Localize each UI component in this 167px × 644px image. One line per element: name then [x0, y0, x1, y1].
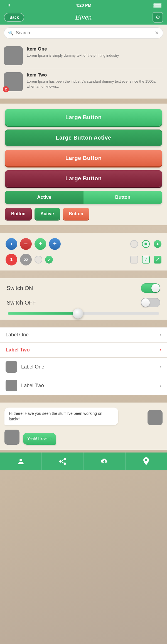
chat-avatar-right [148, 410, 163, 425]
chevron-icon: › [160, 364, 161, 370]
svg-point-2 [60, 461, 61, 462]
item-thumbnail [4, 46, 23, 65]
tab-bar [0, 453, 167, 470]
small-dark-red-button[interactable]: Button [5, 208, 32, 220]
slider-track [8, 312, 159, 315]
buttons-section: Large Button Large Button Active Large B… [0, 104, 167, 225]
icon-row-top: › − + + ● [6, 238, 161, 250]
radio-empty[interactable] [130, 240, 138, 248]
icon-row-bottom: 1 22 ✓ ✓ ✓ [6, 254, 161, 265]
large-dark-red-button[interactable]: Large Button [5, 170, 162, 187]
status-time: 4:20 PM [76, 3, 92, 8]
svg-line-5 [61, 462, 64, 463]
signal-icon: ..ill [6, 3, 10, 7]
share-icon [59, 458, 67, 465]
badge-22-icon[interactable]: 22 [20, 254, 32, 265]
svg-point-7 [145, 459, 147, 461]
tab-upload[interactable] [84, 453, 126, 470]
search-section: 🔍 ✕ [0, 25, 167, 41]
badge-1-icon[interactable]: 1 [6, 254, 17, 265]
item-content: Item Two Lorem Ipsum has been the indust… [27, 72, 163, 89]
chevron-icon: › [160, 383, 161, 389]
item-thumbnail: 2 [4, 72, 23, 91]
label-row-one[interactable]: Label One › [0, 327, 167, 343]
upload-icon [100, 458, 109, 465]
toggle-on-control[interactable] [141, 283, 160, 293]
user-icon [17, 458, 25, 465]
checkbox-group: ✓ ✓ [130, 256, 161, 264]
split-left-button[interactable]: Active [5, 191, 84, 204]
slider-fill [8, 312, 76, 315]
icon-label-left: Label Two [6, 380, 44, 391]
large-green-button[interactable]: Large Button [5, 109, 162, 126]
icons-section: › − + + ● 1 22 ✓ ✓ ✓ [0, 233, 167, 270]
radio-filled[interactable]: ● [154, 240, 161, 248]
settings-button[interactable]: ⚙ [153, 12, 163, 23]
item-desc: Lorem Ipsum is simply dummy text of the … [27, 53, 119, 58]
svg-point-1 [64, 458, 66, 460]
large-green-active-button[interactable]: Large Button Active [5, 130, 162, 146]
chat-avatar-left [4, 430, 19, 445]
switch-off-label: Switch OFF [7, 300, 36, 306]
list-section: Item One Lorem Ipsum is simply dummy tex… [0, 41, 167, 99]
item-title: Item One [27, 46, 119, 52]
slider-thumb[interactable] [73, 308, 83, 319]
checkbox-filled[interactable]: ✓ [154, 256, 161, 264]
battery-icon: ▓▓▓ [154, 3, 161, 7]
icon-label-row-two[interactable]: Label Two › [0, 376, 167, 395]
search-input[interactable] [16, 30, 155, 35]
chat-bubble-left: Hi there! Have you seen the stuff I've b… [4, 408, 118, 425]
split-button-group: Active Button [5, 191, 162, 204]
badge-icons: 1 22 ✓ [6, 254, 53, 265]
checkmark-icon[interactable]: ✓ [45, 256, 53, 264]
chevron-icon: › [160, 332, 161, 338]
back-button[interactable]: Back [4, 13, 24, 22]
label-row-two[interactable]: Label Two › [0, 343, 167, 358]
label-two-text: Label Two [6, 347, 30, 353]
nav-bar: Back Elven ⚙ [0, 10, 167, 25]
icon-label-row-one[interactable]: Label One › [0, 358, 167, 376]
switch-off-row: Switch OFF [7, 298, 160, 307]
toggle-off[interactable] [35, 256, 42, 264]
small-orange-button[interactable]: Button [63, 208, 90, 220]
item-content: Item One Lorem Ipsum is simply dummy tex… [27, 46, 119, 58]
switch-section: Switch ON Switch OFF [0, 278, 167, 320]
checkbox-selected[interactable]: ✓ [142, 256, 150, 264]
minus-icon[interactable]: − [20, 238, 32, 250]
large-orange-button[interactable]: Large Button [5, 150, 162, 166]
search-icon: 🔍 [8, 30, 14, 36]
split-right-button[interactable]: Button [84, 191, 162, 204]
tab-share[interactable] [42, 453, 84, 470]
search-clear-icon[interactable]: ✕ [155, 30, 159, 36]
small-green-active-button[interactable]: Active [35, 208, 60, 220]
status-bar: ..ill 4:20 PM ▓▓▓ [0, 0, 167, 10]
chat-section: Hi there! Have you seen the stuff I've b… [0, 403, 167, 450]
location-icon [143, 457, 149, 466]
chevron-right-icon[interactable]: › [6, 238, 17, 250]
search-box: 🔍 ✕ [4, 27, 163, 39]
plus-green-icon[interactable]: + [35, 238, 46, 250]
tab-user[interactable] [0, 453, 42, 470]
switch-on-label: Switch ON [7, 285, 33, 291]
label-icon-thumb [6, 361, 17, 373]
toggle-off-control[interactable] [141, 298, 160, 307]
action-icons: › − + + [6, 238, 61, 250]
slider-container [7, 312, 160, 315]
chat-bubble-right: Yeah! I love it! [23, 433, 56, 445]
list-item[interactable]: 2 Item Two Lorem Ipsum has been the indu… [4, 69, 163, 95]
chat-message-left-row: Hi there! Have you seen the stuff I've b… [4, 408, 163, 425]
labels-section: Label One › Label Two › Label One › Labe… [0, 327, 167, 395]
small-buttons-row: Button Active Button [5, 208, 162, 220]
item-title: Item Two [27, 72, 163, 78]
tab-location[interactable] [126, 453, 167, 470]
item-badge: 2 [3, 86, 9, 92]
label-icon-thumb [6, 380, 17, 391]
list-item[interactable]: Item One Lorem Ipsum is simply dummy tex… [4, 43, 163, 69]
checkbox-empty[interactable] [130, 256, 138, 264]
radio-selected[interactable] [142, 240, 150, 248]
app-title: Elven [75, 13, 92, 21]
radio-group: ● [130, 240, 161, 248]
icon-label-two-text: Label Two [21, 383, 44, 389]
plus-blue-icon[interactable]: + [49, 238, 61, 250]
svg-point-0 [19, 459, 22, 461]
